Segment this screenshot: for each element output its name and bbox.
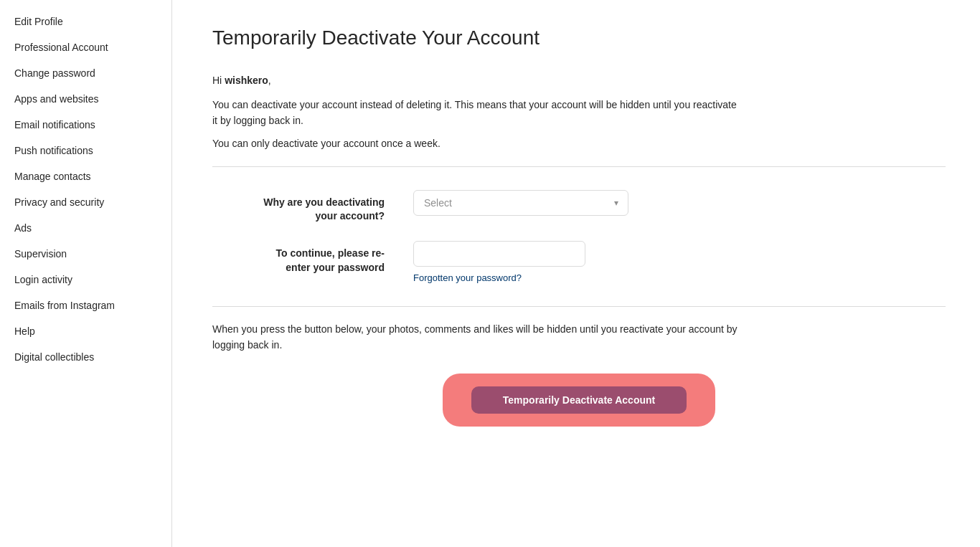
sidebar-item-change-password[interactable]: Change password <box>0 60 171 86</box>
divider-top <box>212 166 946 167</box>
password-label: To continue, please re-enter your passwo… <box>212 241 385 275</box>
sidebar: Edit Profile Professional Account Change… <box>0 0 172 547</box>
sidebar-item-email-notifications[interactable]: Email notifications <box>0 112 171 138</box>
sidebar-item-manage-contacts[interactable]: Manage contacts <box>0 163 171 189</box>
greeting-suffix: , <box>268 75 271 86</box>
divider-bottom <box>212 306 946 307</box>
reason-select-wrapper: Select Too busy / too distracting Privac… <box>413 190 628 216</box>
sidebar-item-help[interactable]: Help <box>0 318 171 344</box>
sidebar-item-login-activity[interactable]: Login activity <box>0 267 171 292</box>
deactivate-button-wrap: Temporarily Deactivate Account <box>212 374 946 427</box>
deactivate-button-outer: Temporarily Deactivate Account <box>443 374 715 427</box>
sidebar-item-edit-profile[interactable]: Edit Profile <box>0 9 171 34</box>
password-input[interactable] <box>413 241 585 267</box>
sidebar-item-privacy-and-security[interactable]: Privacy and security <box>0 189 171 215</box>
password-row: To continue, please re-enter your passwo… <box>212 232 946 292</box>
username: wishkero <box>225 75 268 86</box>
sidebar-item-digital-collectibles[interactable]: Digital collectibles <box>0 344 171 370</box>
sidebar-item-ads[interactable]: Ads <box>0 215 171 241</box>
page-title: Temporarily Deactivate Your Account <box>212 26 946 50</box>
greeting: Hi wishkero, <box>212 73 946 88</box>
password-control-wrap: Forgotten your password? <box>413 241 585 283</box>
greeting-prefix: Hi <box>212 75 225 86</box>
sidebar-item-apps-and-websites[interactable]: Apps and websites <box>0 86 171 112</box>
sidebar-item-supervision[interactable]: Supervision <box>0 241 171 267</box>
reason-select[interactable]: Select Too busy / too distracting Privac… <box>413 190 628 216</box>
reason-row: Why are you deactivatingyour account? Se… <box>212 181 946 232</box>
reason-label: Why are you deactivatingyour account? <box>212 190 385 224</box>
sidebar-item-professional-account[interactable]: Professional Account <box>0 34 171 60</box>
deactivate-account-button[interactable]: Temporarily Deactivate Account <box>471 386 687 414</box>
sidebar-item-push-notifications[interactable]: Push notifications <box>0 138 171 163</box>
sidebar-item-emails-from-instagram[interactable]: Emails from Instagram <box>0 292 171 318</box>
description-2: You can only deactivate your account onc… <box>212 135 743 151</box>
forgot-password-link[interactable]: Forgotten your password? <box>413 272 585 283</box>
bottom-description: When you press the button below, your ph… <box>212 321 743 353</box>
main-content: Temporarily Deactivate Your Account Hi w… <box>172 0 980 547</box>
reason-control-wrap: Select Too busy / too distracting Privac… <box>413 190 628 216</box>
description-1: You can deactivate your account instead … <box>212 97 743 129</box>
